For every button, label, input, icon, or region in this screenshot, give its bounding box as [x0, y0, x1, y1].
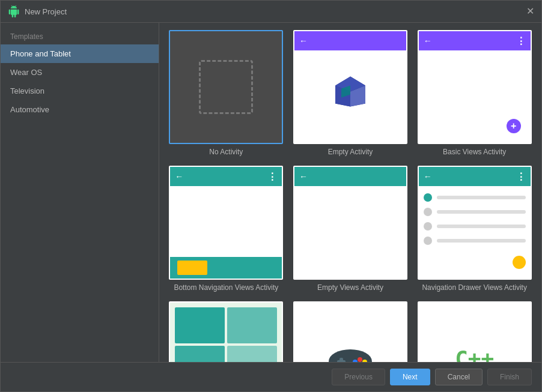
bottom-nav-indicator — [177, 261, 207, 275]
chart-thumb — [170, 303, 282, 362]
template-thumb-basic-views: ← ⋮ + — [418, 30, 532, 144]
drawer-item-3 — [424, 222, 526, 231]
sidebar-item-automotive[interactable]: Automotive — [1, 100, 159, 119]
template-label-empty-views: Empty Views Activity — [317, 283, 383, 292]
drawer-dot-4 — [424, 237, 432, 245]
phone-mock-basic: ← ⋮ + — [419, 31, 531, 143]
empty-activity-logo — [332, 74, 368, 112]
template-thumb-bottom-nav: ← ⋮ — [169, 166, 283, 280]
drawer-line-4 — [437, 239, 526, 243]
drawer-line-1 — [437, 196, 526, 199]
cpp-text: C++ — [455, 346, 494, 363]
sidebar-item-wear-os[interactable]: Wear OS — [1, 63, 159, 82]
drawer-dot-3 — [424, 222, 432, 231]
drawer-line-2 — [437, 210, 526, 214]
chart-cell-2 — [227, 307, 277, 343]
bottom-nav-content — [170, 186, 282, 257]
template-chart-activity[interactable]: Primary/Detail Views Activity — [169, 301, 284, 362]
back-arrow-icon4: ← — [299, 172, 308, 181]
close-button[interactable]: ✕ — [526, 7, 534, 16]
template-game-activity[interactable]: Game Activity — [293, 301, 408, 362]
drawer-dot-2 — [424, 208, 432, 216]
chart-cell-4 — [227, 346, 277, 362]
cube-icon — [332, 74, 368, 110]
drawer-items — [419, 186, 531, 258]
empty-activity-content — [294, 50, 406, 143]
templates-content: No Activity ← — [159, 23, 541, 362]
phone-mock-bottom-nav: ← ⋮ — [170, 167, 282, 279]
no-activity-dashed-rect — [199, 60, 253, 114]
cpp-thumb: C++ — [419, 303, 531, 362]
template-label-bottom-nav: Bottom Navigation Views Activity — [174, 283, 278, 292]
more-vert-icon2: ⋮ — [516, 35, 526, 47]
sidebar-item-television[interactable]: Television — [1, 82, 159, 100]
android-icon — [8, 5, 20, 17]
template-label-nav-drawer: Navigation Drawer Views Activity — [422, 283, 527, 292]
templates-section-label: Templates — [1, 28, 159, 44]
cancel-button[interactable]: Cancel — [435, 369, 483, 385]
bottom-nav-bar — [170, 257, 282, 279]
templates-grid: No Activity ← — [169, 30, 532, 362]
drawer-item-4 — [424, 237, 526, 245]
chart-cell-1 — [175, 307, 225, 343]
template-thumb-nav-drawer: ← ⋮ — [418, 166, 532, 280]
template-label-empty-activity: Empty Activity — [328, 148, 373, 156]
template-thumb-cpp: C++ — [418, 301, 532, 362]
template-thumb-chart — [169, 301, 283, 362]
back-arrow-icon5: ← — [424, 172, 432, 181]
empty-views-content — [294, 186, 406, 279]
more-vert-icon3: ⋮ — [267, 171, 277, 182]
svg-rect-9 — [340, 358, 343, 362]
drawer-line-3 — [437, 225, 526, 228]
previous-button[interactable]: Previous — [332, 369, 385, 385]
nav-drawer-fab — [513, 256, 526, 269]
back-arrow-icon3: ← — [175, 172, 183, 181]
phone-mock-empty: ← — [294, 31, 406, 143]
template-thumb-game — [293, 301, 407, 362]
sidebar: Templates Phone and Tablet Wear OS Telev… — [1, 23, 159, 362]
template-no-activity[interactable]: No Activity — [169, 30, 284, 156]
gamepad-thumb — [294, 303, 406, 362]
finish-button[interactable]: Finish — [487, 369, 532, 385]
empty-views-toolbar: ← — [294, 167, 406, 186]
gamepad-icon — [326, 340, 374, 362]
template-basic-views[interactable]: ← ⋮ + Basic Views Activity — [417, 30, 532, 156]
chart-grid — [170, 303, 282, 362]
template-bottom-nav[interactable]: ← ⋮ Bottom Navigation Views Activity — [169, 166, 284, 292]
template-empty-views[interactable]: ← Empty Views Activity — [293, 166, 408, 292]
drawer-dot-1 — [424, 193, 432, 202]
back-arrow-icon: ← — [299, 36, 308, 46]
dialog-title: New Project — [25, 7, 67, 16]
empty-activity-toolbar: ← — [294, 31, 406, 50]
drawer-item-2 — [424, 208, 526, 216]
template-cpp-activity[interactable]: C++ Native C++ — [417, 301, 532, 362]
template-empty-activity[interactable]: ← — [293, 30, 408, 156]
sidebar-item-phone-tablet[interactable]: Phone and Tablet — [1, 44, 159, 63]
basic-views-toolbar: ← ⋮ — [419, 31, 531, 50]
title-bar: New Project ✕ — [1, 1, 541, 23]
phone-mock-nav-drawer: ← ⋮ — [419, 167, 531, 279]
chart-cell-3 — [175, 346, 225, 362]
phone-mock-empty-views: ← — [294, 167, 406, 279]
template-nav-drawer[interactable]: ← ⋮ — [417, 166, 532, 292]
dialog-footer: Previous Next Cancel Finish — [1, 362, 541, 391]
bottom-nav-toolbar: ← ⋮ — [170, 167, 282, 186]
template-thumb-empty-views: ← — [293, 166, 407, 280]
dialog-body: Templates Phone and Tablet Wear OS Telev… — [1, 23, 541, 362]
next-button[interactable]: Next — [390, 369, 430, 385]
template-thumb-no-activity — [169, 30, 283, 144]
new-project-dialog: New Project ✕ Templates Phone and Tablet… — [0, 0, 542, 392]
template-label-no-activity: No Activity — [209, 148, 243, 156]
template-label-basic-views: Basic Views Activity — [443, 148, 506, 156]
basic-views-fab: + — [507, 119, 521, 133]
nav-drawer-toolbar: ← ⋮ — [419, 167, 531, 186]
svg-point-10 — [358, 357, 362, 362]
back-arrow-icon2: ← — [424, 36, 432, 46]
more-vert-icon5: ⋮ — [516, 171, 526, 182]
drawer-item-1 — [424, 193, 526, 202]
template-thumb-empty-activity: ← — [293, 30, 407, 144]
